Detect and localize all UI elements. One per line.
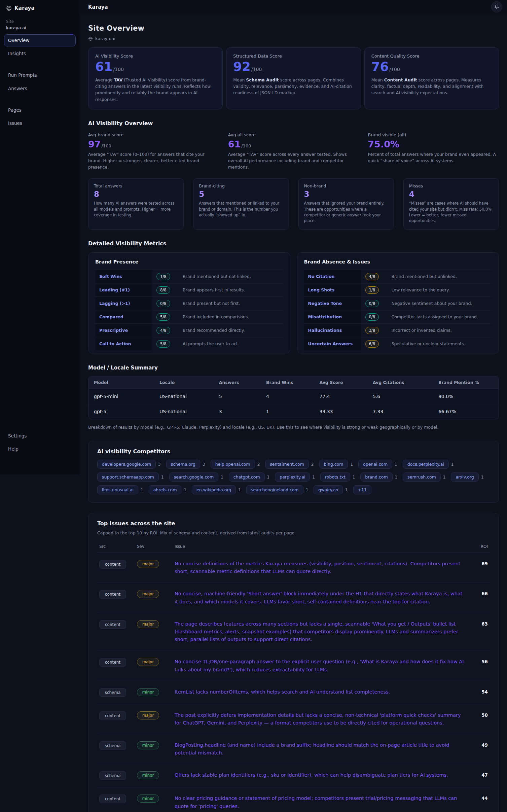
- competitor-count: 2: [257, 462, 260, 467]
- competitors-more-pill[interactable]: +11: [353, 485, 371, 494]
- desc-prefix: Mean: [233, 77, 246, 82]
- issue-text: Offers lack stable plan identifiers (e.g…: [175, 771, 467, 779]
- sidebar-item-settings[interactable]: Settings: [4, 430, 76, 442]
- column-header-avg-citations: Avg Citations: [367, 376, 433, 389]
- competitor-item: brand.com1: [360, 472, 397, 482]
- competitor-count: 1: [395, 462, 397, 467]
- model-locale-summary: Model / Locale Summary Model Locale Answ…: [88, 365, 499, 431]
- issue-row[interactable]: content minor No clear pricing guidance …: [97, 787, 490, 812]
- stat-suffix: /100: [102, 143, 111, 148]
- stat-label: Brand visible (all): [368, 132, 499, 137]
- table-header-row: Model Locale Answers Brand Wins Avg Scor…: [88, 376, 499, 389]
- competitor-pill[interactable]: searchengineland.com: [246, 485, 303, 494]
- competitor-pill[interactable]: search.google.com: [169, 472, 219, 482]
- issue-text: No concise definitions of the metrics Ka…: [175, 560, 467, 575]
- card-label: Misses: [409, 183, 493, 188]
- issue-row[interactable]: schema minor Offers lack stable plan ide…: [97, 764, 490, 787]
- issue-row[interactable]: schema minor ItemList lacks numberOfItem…: [97, 681, 490, 704]
- competitor-pill[interactable]: en.wikipedia.org: [192, 485, 236, 494]
- competitor-pill[interactable]: openai.com: [358, 460, 392, 469]
- competitor-count: 1: [161, 475, 164, 480]
- issues-table-header: Src Sev Issue ROI: [97, 542, 490, 553]
- competitor-pill[interactable]: developers.google.com: [97, 460, 156, 469]
- karaya-logo[interactable]: Karaya: [4, 4, 76, 18]
- competitor-pill[interactable]: support.schemaapp.com: [97, 472, 159, 482]
- sidebar-item-answers[interactable]: Answers: [4, 82, 76, 95]
- competitor-count: 1: [395, 475, 398, 480]
- metric-row: Misattribution 0/8 Competitor facts assi…: [304, 310, 492, 324]
- competitor-item: support.schemaapp.com1: [97, 472, 164, 482]
- cell-avg-score: 33.33: [314, 404, 367, 419]
- issue-roi: 66: [472, 590, 488, 596]
- competitor-pill[interactable]: semrush.com: [403, 472, 441, 482]
- karaya-logo-icon: [6, 5, 12, 11]
- competitor-pill[interactable]: perplexity.ai: [275, 472, 310, 482]
- stat-description: Average “TAV” score (0–100) for answers …: [88, 151, 219, 170]
- competitor-pill[interactable]: chatgpt.com: [229, 472, 265, 482]
- competitor-item: ahrefs.com1: [149, 485, 186, 494]
- competitor-item: search.google.com1: [169, 472, 223, 482]
- table-row: gpt-5 US-national 3 1 33.33 7.33 66.67%: [88, 404, 499, 419]
- cell-brand-mention: 66.67%: [433, 404, 499, 419]
- competitor-pill[interactable]: schema.org: [166, 460, 200, 469]
- issue-row[interactable]: content major The post explicitly defers…: [97, 704, 490, 734]
- issue-row[interactable]: schema minor BlogPosting.headline (and n…: [97, 734, 490, 764]
- model-summary-note: Breakdown of results by model (e.g., GPT…: [88, 424, 499, 431]
- notifications-button[interactable]: [491, 1, 502, 12]
- competitor-pill[interactable]: arxiv.org: [451, 472, 478, 482]
- competitor-pill[interactable]: qwairy.co: [314, 485, 343, 494]
- issue-source-badge: content: [99, 590, 126, 599]
- sidebar-item-pages[interactable]: Pages: [4, 104, 76, 116]
- top-issues-title: Top issues across the site: [97, 520, 490, 527]
- page-title: Site Overview: [88, 24, 499, 32]
- stat-value: 97: [88, 139, 101, 149]
- competitor-pill[interactable]: bing.com: [319, 460, 348, 469]
- metric-row: Call to Action 5/8 AI prompts the user t…: [95, 337, 283, 350]
- metric-count-badge: 4/8: [365, 273, 379, 280]
- issue-row[interactable]: content major No concise TL;DR/one-parag…: [97, 651, 490, 681]
- card-total-answers: Total answers 8 How many AI answers were…: [88, 178, 184, 230]
- sidebar-item-issues[interactable]: Issues: [4, 117, 76, 129]
- metric-count-badge: 4/8: [156, 327, 170, 334]
- site-domain-label: karaya.ai: [4, 24, 76, 34]
- sidebar: Karaya Site karaya.ai Overview Insights …: [0, 0, 80, 474]
- sidebar-item-overview[interactable]: Overview: [4, 34, 76, 46]
- competitor-count: 3: [203, 462, 205, 467]
- competitors-title: AI visibility Competitors: [97, 448, 490, 455]
- sidebar-nav-prompts: Run Prompts Answers: [4, 69, 76, 94]
- metric-row: Lagging (>1) 0/8 Brand present but not f…: [95, 297, 283, 310]
- issue-roi: 63: [472, 620, 488, 627]
- issue-text: No concise TL;DR/one-paragraph answer to…: [175, 658, 467, 673]
- score-card-value: 92: [233, 60, 251, 74]
- issue-text: The post explicitly defers implementatio…: [175, 711, 467, 727]
- metric-description: Low relevance to the query.: [388, 283, 492, 296]
- model-locale-table: Model Locale Answers Brand Wins Avg Scor…: [88, 376, 499, 419]
- issue-row[interactable]: content major No concise, machine-friend…: [97, 583, 490, 613]
- brand-absence-rows: No Citation 4/8 Brand mentioned but unli…: [304, 270, 492, 350]
- issue-roi: 56: [472, 658, 488, 664]
- issue-source-badge: content: [99, 620, 126, 629]
- score-card-value-row: 92 /100: [233, 60, 354, 74]
- competitor-pill[interactable]: help.openai.com: [211, 460, 255, 469]
- top-issues-panel: Top issues across the site Capped to the…: [88, 513, 499, 812]
- competitor-pill[interactable]: brand.com: [360, 472, 392, 482]
- issue-text: No concise, machine-friendly 'Short answ…: [175, 590, 467, 605]
- sidebar-item-help[interactable]: Help: [4, 443, 76, 455]
- competitor-pill[interactable]: sentaiment.com: [265, 460, 309, 469]
- issue-severity-badge: major: [137, 620, 159, 628]
- competitor-pill[interactable]: robots.txt: [320, 472, 350, 482]
- competitor-pill[interactable]: ahrefs.com: [149, 485, 182, 494]
- stat-description: Percent of total answers where your bran…: [368, 151, 499, 164]
- issue-row[interactable]: content major No concise definitions of …: [97, 553, 490, 583]
- sidebar-item-insights[interactable]: Insights: [4, 47, 76, 60]
- sidebar-item-run-prompts[interactable]: Run Prompts: [4, 69, 76, 81]
- desc-prefix: Mean: [371, 77, 384, 82]
- brand-presence-panel: Brand Presence Soft Wins 1/8 Brand menti…: [88, 252, 290, 353]
- column-header-issue: Issue: [175, 544, 467, 549]
- issue-severity-badge: minor: [137, 741, 159, 749]
- competitor-pill[interactable]: llms.unusual.ai: [97, 485, 138, 494]
- top-issues-subtitle: Capped to the top 10 by ROI. Mix of sche…: [97, 530, 490, 535]
- issue-row[interactable]: content major The page describes feature…: [97, 613, 490, 651]
- competitor-pill[interactable]: docs.perplexity.ai: [403, 460, 449, 469]
- competitor-item: en.wikipedia.org1: [192, 485, 241, 494]
